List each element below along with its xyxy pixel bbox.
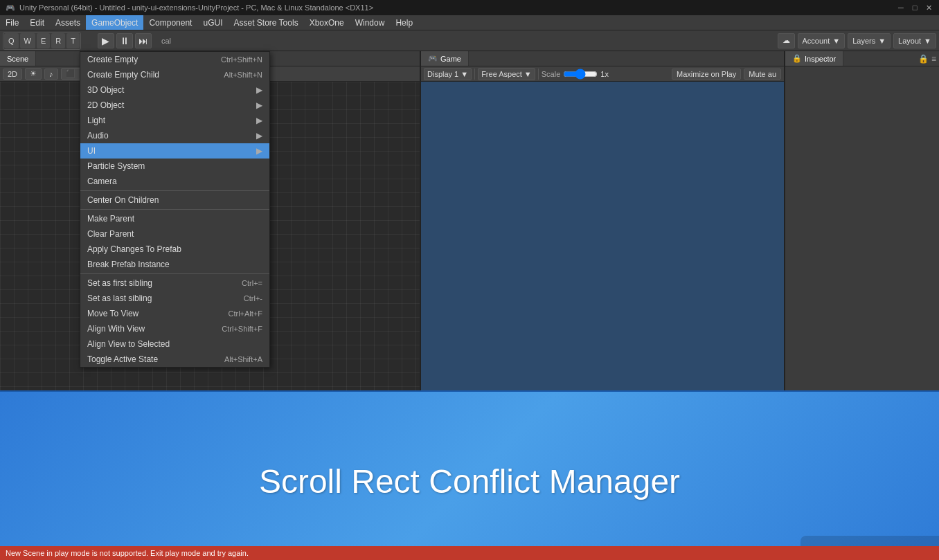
scene-tab[interactable]: Scene — [0, 51, 36, 66]
layout-label: Layout — [898, 37, 921, 45]
menu-assets[interactable]: Assets — [50, 15, 86, 30]
menu-sep-3 — [80, 273, 269, 274]
aspect-dropdown[interactable]: Free Aspect ▼ — [478, 68, 535, 80]
menu-align-view-selected-label: Align View to Selected — [87, 339, 262, 349]
display-dropdown[interactable]: Display 1 ▼ — [424, 68, 472, 80]
menu-clear-parent[interactable]: Clear Parent — [80, 226, 269, 242]
menu-move-to-view-label: Move To View — [87, 309, 228, 318]
transform-rotate-tool[interactable]: E — [37, 33, 50, 48]
menu-component[interactable]: Component — [143, 15, 197, 30]
menubar: File Edit Assets GameObject Component uG… — [0, 15, 939, 30]
maximize-button[interactable]: □ — [910, 3, 920, 12]
bottom-area: Scroll Rect Conflict Manager — [0, 390, 939, 560]
playmode-controls: ▶ ⏸ ⏭ — [98, 33, 152, 48]
transform-tools-group: Q W E R T — [3, 32, 81, 50]
menu-ui[interactable]: UI ▶ — [80, 143, 269, 159]
menu-assetstoretools[interactable]: Asset Store Tools — [228, 15, 303, 30]
menu-ui-arrow-icon: ▶ — [256, 146, 262, 156]
menu-file[interactable]: File — [0, 15, 24, 30]
menu-align-view-selected[interactable]: Align View to Selected — [80, 336, 269, 352]
scene-fx-button[interactable]: ⬛ — [61, 68, 80, 80]
inspector-tab[interactable]: 🔒 Inspector — [785, 51, 843, 66]
scene-audio-button[interactable]: ♪ — [44, 69, 58, 80]
play-button[interactable]: ▶ — [98, 33, 114, 48]
mute-audio-button[interactable]: Mute au — [744, 69, 781, 80]
account-dropdown[interactable]: Account ▼ — [798, 33, 846, 48]
menu-light-arrow-icon: ▶ — [256, 116, 262, 125]
menu-audio-arrow-icon: ▶ — [256, 131, 262, 141]
game-tab[interactable]: 🎮 Game — [421, 51, 469, 66]
scene-sun-button[interactable]: ☀ — [25, 68, 42, 80]
menu-help[interactable]: Help — [390, 15, 418, 30]
menu-create-empty-label: Create Empty — [87, 55, 221, 64]
menu-edit[interactable]: Edit — [24, 15, 50, 30]
game-tab-icon: 🎮 — [428, 54, 438, 63]
layout-dropdown[interactable]: Layout ▼ — [893, 33, 936, 48]
scene-2d-button[interactable]: 2D — [3, 69, 22, 80]
cloud-button[interactable]: ☁ — [778, 33, 795, 48]
close-button[interactable]: ✕ — [924, 3, 933, 12]
status-text: New Scene in play mode is not supported.… — [6, 549, 249, 557]
unity-icon: 🎮 — [6, 3, 15, 12]
menu-move-to-view-shortcut: Ctrl+Alt+F — [228, 309, 262, 318]
maximize-on-play-button[interactable]: Maximize on Play — [672, 69, 741, 80]
menu-particle-system[interactable]: Particle System — [80, 159, 269, 174]
menu-3d-object[interactable]: 3D Object ▶ — [80, 82, 269, 98]
menu-gameobject[interactable]: GameObject — [86, 15, 143, 30]
menu-create-empty-child[interactable]: Create Empty Child Alt+Shift+N — [80, 67, 269, 82]
game-toolbar: Display 1 ▼ Free Aspect ▼ Scale 1x Maxim… — [421, 66, 784, 82]
menu-2d-object-arrow-icon: ▶ — [256, 100, 262, 110]
minimize-button[interactable]: ─ — [896, 3, 906, 12]
menu-2d-object[interactable]: 2D Object ▶ — [80, 98, 269, 113]
menu-apply-changes-prefab-label: Apply Changes To Prefab — [87, 244, 262, 254]
menu-center-on-children-label: Center On Children — [87, 195, 262, 205]
transform-hand-tool[interactable]: Q — [4, 33, 19, 48]
menu-set-last-sibling[interactable]: Set as last sibling Ctrl+- — [80, 291, 269, 306]
menu-apply-changes-prefab[interactable]: Apply Changes To Prefab — [80, 242, 269, 257]
pause-button[interactable]: ⏸ — [116, 33, 133, 48]
menu-light[interactable]: Light ▶ — [80, 113, 269, 128]
inspector-menu-icon[interactable]: ≡ — [931, 54, 936, 64]
inspector-lock-icon[interactable]: 🔒 — [918, 54, 929, 64]
menu-set-first-sibling[interactable]: Set as first sibling Ctrl+= — [80, 276, 269, 291]
menu-move-to-view[interactable]: Move To View Ctrl+Alt+F — [80, 306, 269, 321]
menu-ui-label: UI — [87, 146, 253, 156]
menu-clear-parent-label: Clear Parent — [87, 229, 262, 239]
menu-create-empty[interactable]: Create Empty Ctrl+Shift+N — [80, 52, 269, 67]
menu-light-label: Light — [87, 116, 253, 125]
menu-align-with-view[interactable]: Align With View Ctrl+Shift+F — [80, 321, 269, 336]
menu-audio[interactable]: Audio ▶ — [80, 128, 269, 143]
menu-ugui[interactable]: uGUI — [197, 15, 228, 30]
titlebar: 🎮 Unity Personal (64bit) - Untitled - un… — [0, 0, 939, 15]
menu-xboxone[interactable]: XboxOne — [304, 15, 350, 30]
menu-toggle-active-state[interactable]: Toggle Active State Alt+Shift+A — [80, 352, 269, 367]
menu-set-last-sibling-label: Set as last sibling — [87, 293, 244, 303]
step-button[interactable]: ⏭ — [135, 33, 152, 48]
scale-label: Scale — [542, 70, 561, 78]
menu-create-empty-child-label: Create Empty Child — [87, 70, 224, 80]
titlebar-controls: ─ □ ✕ — [896, 3, 933, 12]
menu-make-parent[interactable]: Make Parent — [80, 211, 269, 226]
transform-scale-tool[interactable]: R — [51, 33, 65, 48]
menu-particle-system-label: Particle System — [87, 161, 262, 171]
inspector-panel: 🔒 Inspector 🔒 ≡ — [785, 51, 939, 390]
game-toolbar-sep1 — [474, 69, 475, 80]
menu-sep-2 — [80, 209, 269, 210]
transform-rect-tool[interactable]: T — [66, 33, 80, 48]
layers-dropdown[interactable]: Layers ▼ — [848, 33, 891, 48]
transform-move-tool[interactable]: W — [20, 33, 35, 48]
title-text: Unity Personal (64bit) - Untitled - unit… — [19, 3, 373, 12]
inspector-tab-label: Inspector — [805, 55, 836, 63]
menu-center-on-children[interactable]: Center On Children — [80, 192, 269, 208]
menu-camera[interactable]: Camera — [80, 174, 269, 189]
layers-chevron-icon: ▼ — [878, 37, 886, 45]
aspect-label: Free Aspect — [481, 70, 522, 78]
account-label: Account — [803, 37, 830, 45]
scale-slider[interactable] — [563, 69, 598, 79]
inspector-icon: 🔒 — [792, 54, 802, 63]
menu-set-first-sibling-shortcut: Ctrl+= — [242, 279, 262, 287]
toolbar: Q W E R T ▶ ⏸ ⏭ cal ☁ Account ▼ Layers ▼… — [0, 30, 939, 51]
display-label: Display 1 — [427, 70, 458, 78]
menu-window[interactable]: Window — [350, 15, 391, 30]
menu-break-prefab-instance[interactable]: Break Prefab Instance — [80, 257, 269, 272]
